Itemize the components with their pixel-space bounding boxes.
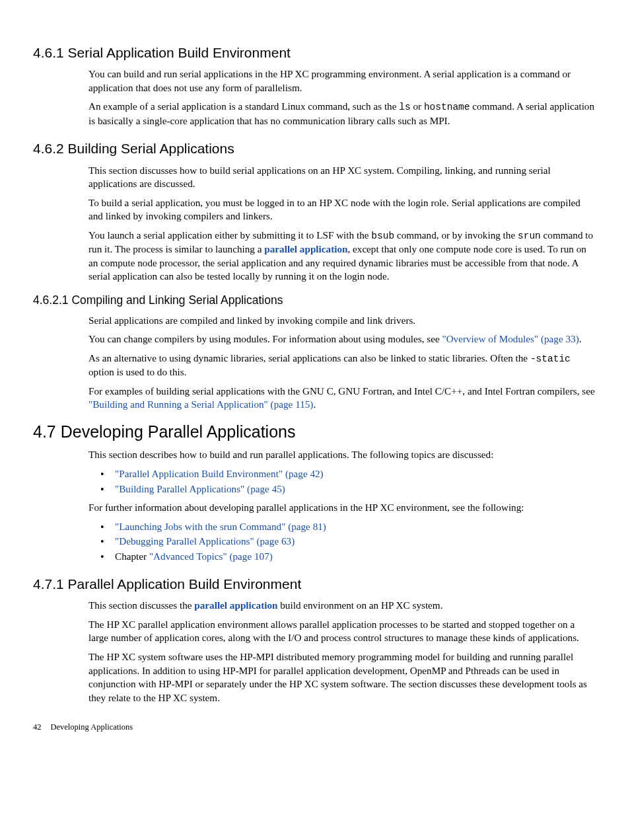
section-471-body: This section discusses the parallel appl… xyxy=(88,599,597,705)
bullet-list: "Launching Jobs with the srun Command" (… xyxy=(88,520,597,564)
paragraph: For further information about developing… xyxy=(88,501,597,515)
paragraph: The HP XC parallel application environme… xyxy=(88,618,597,645)
paragraph: To build a serial application, you must … xyxy=(88,196,597,223)
text: Chapter xyxy=(115,551,149,562)
footer-title: Developing Applications xyxy=(51,722,133,732)
page-footer: 42Developing Applications xyxy=(33,722,597,733)
section-462-body: This section discusses how to build seri… xyxy=(88,164,597,284)
link-parallel-application[interactable]: parallel application xyxy=(194,599,277,611)
paragraph: As an alternative to using dynamic libra… xyxy=(88,352,597,379)
code-srun: srun xyxy=(518,231,541,241)
paragraph: You can build and run serial application… xyxy=(88,67,597,95)
heading-47: 4.7 Developing Parallel Applications xyxy=(33,421,597,443)
text: command, or by invoking the xyxy=(394,229,518,241)
paragraph: This section discusses how to build seri… xyxy=(88,164,597,191)
text: option is used to do this. xyxy=(88,366,187,377)
section-4621-body: Serial applications are compiled and lin… xyxy=(88,314,597,412)
text: An example of a serial application is a … xyxy=(88,100,399,112)
heading-462: 4.6.2 Building Serial Applications xyxy=(33,139,597,158)
bullet-list: "Parallel Application Build Environment"… xyxy=(88,467,597,496)
section-461-body: You can build and run serial application… xyxy=(88,67,597,128)
list-item: Chapter "Advanced Topics" (page 107) xyxy=(112,550,597,564)
link-debugging-parallel[interactable]: "Debugging Parallel Applications" (page … xyxy=(115,535,295,547)
paragraph: The HP XC system software uses the HP-MP… xyxy=(88,650,597,705)
text: You launch a serial application either b… xyxy=(88,229,371,241)
link-parallel-build-env[interactable]: "Parallel Application Build Environment"… xyxy=(115,468,324,479)
text: or xyxy=(411,100,424,112)
link-building-parallel[interactable]: "Building Parallel Applications" (page 4… xyxy=(115,483,285,494)
text: . xyxy=(579,333,582,344)
link-parallel-application[interactable]: parallel application xyxy=(264,243,347,254)
code-bsub: bsub xyxy=(371,231,394,241)
paragraph: For examples of building serial applicat… xyxy=(88,385,597,412)
list-item: "Building Parallel Applications" (page 4… xyxy=(112,482,597,496)
code-ls: ls xyxy=(399,102,410,112)
text: build environment on an HP XC system. xyxy=(277,599,442,611)
paragraph: This section discusses the parallel appl… xyxy=(88,599,597,613)
text: You can change compilers by using module… xyxy=(88,333,442,344)
link-advanced-topics[interactable]: "Advanced Topics" (page 107) xyxy=(149,551,273,562)
paragraph: You launch a serial application either b… xyxy=(88,229,597,284)
code-hostname: hostname xyxy=(424,102,470,112)
paragraph: Serial applications are compiled and lin… xyxy=(88,314,597,328)
heading-4621: 4.6.2.1 Compiling and Linking Serial App… xyxy=(33,293,597,309)
list-item: "Debugging Parallel Applications" (page … xyxy=(112,535,597,549)
paragraph: This section describes how to build and … xyxy=(88,448,597,462)
heading-461: 4.6.1 Serial Application Build Environme… xyxy=(33,44,597,62)
text: . xyxy=(313,399,316,410)
code-static: -static xyxy=(530,354,571,364)
list-item: "Launching Jobs with the srun Command" (… xyxy=(112,520,597,534)
list-item: "Parallel Application Build Environment"… xyxy=(112,467,597,481)
page-number: 42 xyxy=(33,722,42,733)
text: As an alternative to using dynamic libra… xyxy=(88,352,530,363)
paragraph: You can change compilers by using module… xyxy=(88,332,597,346)
paragraph: An example of a serial application is a … xyxy=(88,100,597,128)
text: This section discusses the xyxy=(88,599,194,611)
link-build-run-serial[interactable]: "Building and Running a Serial Applicati… xyxy=(88,399,313,410)
text: For examples of building serial applicat… xyxy=(88,385,595,397)
section-47-body: This section describes how to build and … xyxy=(88,448,597,563)
heading-471: 4.7.1 Parallel Application Build Environ… xyxy=(33,575,597,593)
link-overview-modules[interactable]: "Overview of Modules" (page 33) xyxy=(442,333,578,344)
link-launching-srun[interactable]: "Launching Jobs with the srun Command" (… xyxy=(115,521,326,532)
